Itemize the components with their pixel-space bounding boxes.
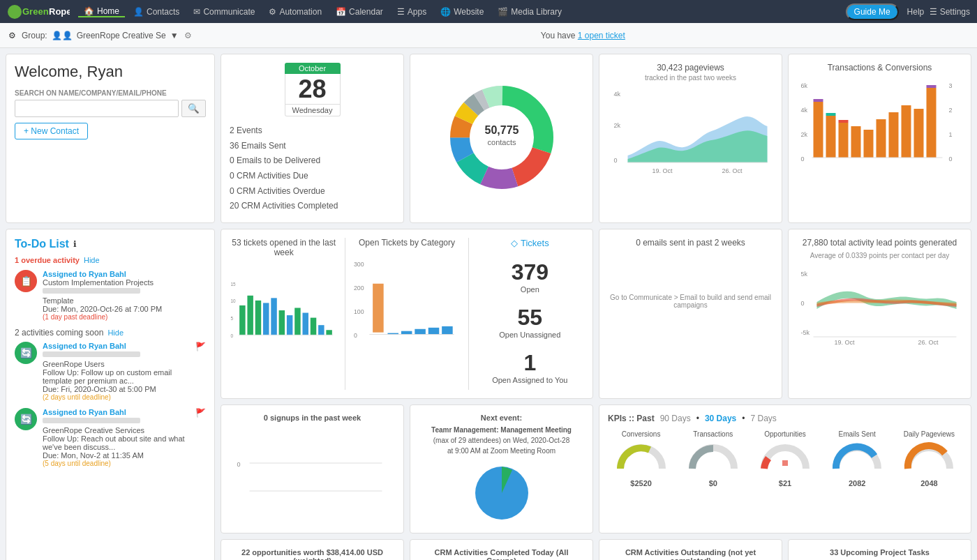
- svg-rect-34: [864, 130, 874, 158]
- gear-icon[interactable]: ⚙: [8, 31, 16, 40]
- group-settings-icon[interactable]: ⚙: [184, 31, 192, 40]
- pageviews-chart: 4k 2k 0 19. Oct 26. Oct: [608, 86, 773, 176]
- crm-outstanding-card: CRM Activities Outstanding (not yet comp…: [599, 539, 782, 560]
- svg-rect-60: [326, 330, 331, 335]
- cal-stat-emails-deliver: 0 Emails to be Delivered: [230, 153, 395, 169]
- settings-link[interactable]: ☰ Settings: [930, 7, 970, 17]
- todo-name-1[interactable]: Assigned to Ryan Bahl: [43, 342, 190, 350]
- todo-avatar-overdue: 📋: [15, 270, 37, 292]
- kpi-30-days[interactable]: 30 Days: [705, 414, 736, 423]
- activity-chart: 5k 0 -5k 19. Oct 26. Oct: [797, 264, 962, 347]
- svg-text:4k: 4k: [801, 107, 808, 114]
- svg-rect-31: [826, 116, 836, 158]
- gauge-conversions: Conversions $2520: [608, 430, 674, 487]
- divider-2: [468, 238, 469, 390]
- nav-home[interactable]: 🏠 Home: [78, 6, 125, 17]
- nav-contacts[interactable]: 👤 Contacts: [128, 7, 185, 17]
- svg-rect-36: [889, 112, 899, 158]
- nav-communicate[interactable]: ✉ Communicate: [188, 7, 260, 17]
- gauge-pageviews: Daily Pageviews 2048: [896, 430, 962, 487]
- calendar-date: October 28 Wednesday: [285, 63, 341, 116]
- kpi-90-days[interactable]: 90 Days: [660, 414, 691, 423]
- subbar: ⚙ Group: 👤👤 GreenRope Creative Se ▼ ⚙ Yo…: [0, 23, 977, 48]
- nav-media[interactable]: 🎬 Media Library: [492, 7, 567, 17]
- kpi-7-days[interactable]: 7 Days: [751, 414, 777, 423]
- flag-icon-2[interactable]: 🚩: [195, 408, 206, 418]
- svg-text:15: 15: [230, 281, 236, 286]
- todo-header: To-Do List ℹ: [15, 238, 206, 250]
- svg-text:10: 10: [230, 298, 236, 303]
- new-contact-button[interactable]: + New Contact: [15, 123, 88, 139]
- gauge-emails-sent-label: Emails Sent: [824, 430, 890, 438]
- tickets-assigned-num: 1: [476, 350, 584, 376]
- svg-text:300: 300: [354, 261, 364, 268]
- guide-me-button[interactable]: Guide Me: [846, 3, 899, 20]
- svg-text:2k: 2k: [801, 131, 808, 138]
- svg-rect-38: [914, 109, 924, 158]
- svg-text:-5k: -5k: [801, 329, 810, 336]
- tickets-unassigned-stat: 55 Open Unassigned: [476, 299, 584, 345]
- help-link[interactable]: Help: [907, 7, 925, 17]
- ticket-icon: ◇: [511, 238, 518, 248]
- svg-text:19. Oct: 19. Oct: [652, 167, 673, 174]
- svg-text:contacts: contacts: [487, 138, 516, 146]
- tickets-link[interactable]: Tickets: [521, 238, 549, 248]
- calendar-card: October 28 Wednesday 2 Events 36 Emails …: [221, 54, 404, 223]
- svg-text:0: 0: [354, 332, 357, 339]
- todo-status-1: (2 days until deadline): [43, 393, 190, 401]
- coming-soon-hide[interactable]: Hide: [107, 328, 124, 337]
- svg-rect-32: [839, 123, 849, 158]
- tickets-title[interactable]: ◇ Tickets: [476, 238, 584, 248]
- overdue-hide-link[interactable]: Hide: [84, 256, 100, 264]
- next-event-label: Next event:: [419, 414, 584, 422]
- svg-text:100: 100: [354, 308, 364, 315]
- svg-rect-35: [877, 119, 886, 158]
- nav-help-settings: Help ☰ Settings: [907, 7, 970, 17]
- svg-rect-37: [902, 105, 911, 158]
- next-event-chart: [470, 462, 533, 524]
- signups-card: 0 signups in the past week 0: [221, 404, 404, 533]
- svg-text:0: 0: [230, 333, 233, 338]
- overdue-badge: 1 overdue activity: [15, 256, 80, 264]
- gauge-transactions-value: $0: [680, 479, 746, 487]
- todo-name-overdue[interactable]: Assigned to Ryan Bahl: [43, 270, 206, 278]
- group-dropdown-icon[interactable]: ▼: [170, 31, 179, 40]
- crm-completed-card: CRM Activities Completed Today (All Grou…: [410, 539, 593, 560]
- todo-due-overdue: Due: Mon, 2020-Oct-26 at 7:00 PM: [43, 305, 206, 313]
- svg-rect-40: [814, 99, 823, 102]
- todo-status-overdue: (1 day past deadline): [43, 313, 206, 321]
- coming-soon-label: 2 activities coming soon: [15, 328, 103, 338]
- svg-rect-66: [373, 283, 384, 332]
- svg-rect-39: [927, 88, 937, 158]
- nav-calendar[interactable]: 📅 Calendar: [330, 7, 389, 17]
- tickets-assigned-stat: 1 Open Assigned to You: [476, 345, 584, 390]
- svg-text:Rope: Rope: [49, 6, 70, 17]
- ticket-link[interactable]: 1 open ticket: [578, 31, 625, 40]
- calendar-day: 28: [285, 74, 341, 105]
- flag-icon-1[interactable]: 🚩: [195, 342, 206, 351]
- svg-text:4k: 4k: [614, 91, 621, 98]
- svg-rect-33: [851, 126, 861, 158]
- crm-outstanding-title: CRM Activities Outstanding (not yet comp…: [608, 548, 773, 560]
- todo-project-overdue: Custom Implementation Projects: [43, 278, 206, 287]
- svg-rect-41: [826, 113, 836, 116]
- todo-name-2[interactable]: Assigned to Ryan Bahl: [43, 408, 190, 416]
- todo-group-1: GreenRope Users: [43, 360, 190, 368]
- search-input[interactable]: [15, 100, 179, 117]
- search-button[interactable]: 🔍: [181, 100, 206, 117]
- info-icon: ℹ: [73, 239, 77, 249]
- nav-automation[interactable]: ⚙ Automation: [263, 7, 327, 17]
- project-tasks-card: 33 Upcoming Project Tasks 2 Overdue Task…: [788, 539, 971, 560]
- nav-website[interactable]: 🌐 Website: [435, 7, 489, 17]
- svg-rect-51: [255, 301, 261, 335]
- email-title: 0 emails sent in past 2 weeks: [608, 238, 773, 248]
- svg-text:5k: 5k: [801, 271, 808, 278]
- ticket-notice: You have 1 open ticket: [197, 31, 969, 40]
- opportunities-card: 22 opportunities worth $38,414.00 USD (w…: [221, 539, 404, 560]
- nav-apps[interactable]: ☰ Apps: [391, 7, 432, 17]
- svg-rect-57: [302, 312, 308, 335]
- svg-rect-43: [927, 85, 937, 88]
- tickets-opened-title: 53 tickets opened in the last week: [230, 238, 338, 257]
- todo-content-1: Assigned to Ryan Bahl GreenRope Users Fo…: [43, 342, 190, 401]
- cal-stat-crm-completed: 20 CRM Activities Completed: [230, 199, 395, 214]
